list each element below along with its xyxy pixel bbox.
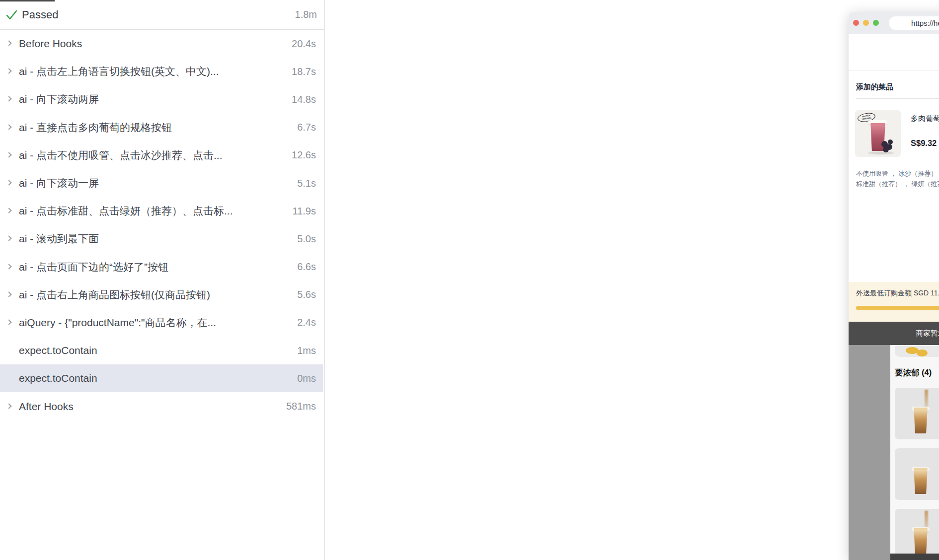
menu-category-sidebar [849, 345, 890, 560]
menu-item-image [895, 388, 939, 439]
added-items-heading: 添加的菜品 [856, 82, 939, 92]
min-order-progress-fill [856, 306, 939, 310]
step-label: ai - 点击不使用吸管、点击冰沙推荐、点击... [19, 148, 287, 162]
chevron-right-icon[interactable] [6, 291, 13, 298]
check-icon [4, 7, 19, 22]
category-title: 要浓郁 (4) [895, 367, 932, 378]
step-duration: 12.6s [292, 149, 316, 161]
traffic-lights [853, 12, 879, 34]
chevron-right-icon[interactable] [6, 124, 13, 131]
chevron-right-icon[interactable] [6, 403, 13, 410]
store-closed-toast: 商家暂未开通外卖和自取业务 [849, 322, 939, 345]
step-duration: 5.1s [297, 178, 316, 189]
chevron-spacer [6, 347, 13, 354]
cart-title: 您的购物车 [849, 46, 939, 59]
cart-item-image: HEYTEA ORIGINAL [855, 110, 901, 157]
tab-edge-remnant [0, 0, 55, 1]
min-order-text: 外送最低订购金额 SGD 11.00 [856, 289, 939, 298]
chevron-right-icon[interactable] [6, 208, 13, 214]
status-duration: 1.8m [295, 9, 317, 20]
dimmed-menu-page: S$ 9.32 选规格 要浓郁 (4) 烤黑糖波波牛乳（首创） 2012年首创烤… [849, 345, 939, 560]
step-row-before-hooks[interactable]: Before Hooks 20.4s [0, 30, 323, 58]
step-label: ai - 直接点击多肉葡萄的规格按钮 [19, 121, 292, 135]
cart-sheet-header: 您的购物车 ✕ [849, 34, 939, 70]
step-row[interactable]: ai - 点击右上角商品图标按钮(仅商品按钮) 5.6s [0, 281, 323, 309]
step-label: ai - 向下滚动一屏 [19, 176, 292, 190]
step-duration: 5.6s [297, 289, 316, 300]
step-row[interactable]: ai - 向下滚动一屏 5.1s [0, 169, 323, 197]
step-row-aiquery[interactable]: aiQuery - {"productName":"商品名称，在... 2.4s [0, 309, 323, 337]
options-line-2: 标准甜（推荐） ， 绿妍（推荐） ， 标准口味（推荐） [856, 179, 939, 189]
step-duration: 14.8s [292, 94, 316, 105]
step-label: aiQuery - {"productName":"商品名称，在... [19, 316, 292, 330]
chevron-spacer [6, 375, 13, 382]
step-row[interactable]: ai - 滚动到最下面 5.0s [0, 225, 323, 253]
step-label: expect.toContain [19, 372, 292, 384]
chevron-right-icon[interactable] [6, 180, 13, 187]
step-duration: 2.4s [297, 317, 316, 328]
step-row-after-hooks[interactable]: After Hooks 581ms [0, 392, 323, 420]
chevron-right-icon[interactable] [6, 68, 13, 75]
step-label: expect.toContain [19, 345, 292, 356]
chevron-right-icon[interactable] [6, 96, 13, 103]
step-duration: 5.0s [297, 233, 316, 245]
step-duration: 6.6s [297, 261, 316, 273]
step-row[interactable]: ai - 点击不使用吸管、点击冰沙推荐、点击... 12.6s [0, 141, 323, 169]
step-label: ai - 向下滚动两屏 [19, 92, 287, 106]
menu-item-image [895, 448, 939, 500]
status-label: Passed [22, 8, 295, 21]
chevron-right-icon[interactable] [6, 152, 13, 159]
checkout-bar-edge [890, 554, 939, 560]
step-duration: 11.9s [293, 206, 316, 217]
test-status-row: Passed 1.8m [0, 0, 324, 30]
divider [849, 70, 939, 71]
step-label: ai - 点击右上角商品图标按钮(仅商品按钮) [19, 288, 292, 302]
step-label: Before Hooks [19, 38, 287, 50]
menu-item-image [895, 509, 939, 560]
step-label: ai - 点击左上角语言切换按钮(英文、中文)... [19, 65, 287, 78]
step-label: ai - 滚动到最下面 [19, 232, 292, 246]
step-row-expect-selected[interactable]: expect.toContain 0ms [0, 364, 323, 392]
screenshot-preview-panel: https://heyteavivocity.meuu.onli... 您的购物… [326, 0, 939, 560]
menu-item-image-cut [895, 346, 939, 357]
phone-browser-mockup: https://heyteavivocity.meuu.onli... 您的购物… [849, 12, 939, 560]
url-bar[interactable]: https://heyteavivocity.meuu.onli... [889, 16, 939, 30]
cart-item-price: S$9.32 [911, 139, 937, 148]
step-duration: 6.7s [297, 122, 316, 133]
step-row[interactable]: ai - 向下滚动两屏 14.8s [0, 85, 323, 113]
category-header: 要浓郁 (4) [895, 367, 939, 378]
maximize-window-icon[interactable] [873, 20, 879, 26]
step-row[interactable]: ai - 点击标准甜、点击绿妍（推荐）、点击标... 11.9s [0, 197, 323, 225]
divider [856, 98, 939, 99]
step-duration: 581ms [286, 401, 316, 412]
step-label: ai - 点击标准甜、点击绿妍（推荐）、点击标... [19, 204, 288, 218]
test-steps-list: Before Hooks 20.4s ai - 点击左上角语言切换按钮(英文、中… [0, 30, 323, 420]
step-duration: 18.7s [292, 66, 316, 77]
test-report-panel: Passed 1.8m Before Hooks 20.4s ai - 点击左上… [0, 0, 325, 560]
min-order-progress-track [856, 306, 939, 310]
step-row[interactable]: ai - 点击左上角语言切换按钮(英文、中文)... 18.7s [0, 58, 323, 85]
step-row[interactable]: ai - 点击页面下边的“选好了”按钮 6.6s [0, 253, 323, 281]
step-row[interactable]: ai - 直接点击多肉葡萄的规格按钮 6.7s [0, 114, 323, 141]
step-duration: 1ms [297, 345, 316, 356]
chevron-right-icon[interactable] [6, 319, 13, 326]
step-duration: 20.4s [292, 38, 316, 50]
min-order-banner: 外送最低订购金额 SGD 11.00 [849, 282, 939, 322]
chevron-right-icon[interactable] [6, 40, 13, 47]
cart-item-options: 不使用吸管 ， 冰沙（推荐） ， 正常冰（推荐） ， 标准甜（推荐） ， 绿妍（… [856, 168, 939, 189]
chevron-right-icon[interactable] [6, 235, 13, 242]
close-window-icon[interactable] [853, 20, 859, 26]
step-row-expect[interactable]: expect.toContain 1ms [0, 337, 323, 364]
options-line-1: 不使用吸管 ， 冰沙（推荐） ， 正常冰（推荐） ， [856, 168, 939, 179]
browser-chrome-bar: https://heyteavivocity.meuu.onli... [849, 12, 939, 34]
step-label: ai - 点击页面下边的“选好了”按钮 [19, 260, 292, 274]
minimize-window-icon[interactable] [863, 20, 869, 26]
chevron-right-icon[interactable] [6, 264, 13, 271]
step-duration: 0ms [297, 373, 316, 384]
step-label: After Hooks [19, 401, 281, 413]
cart-item-name: 多肉葡萄（首创） [911, 114, 939, 124]
